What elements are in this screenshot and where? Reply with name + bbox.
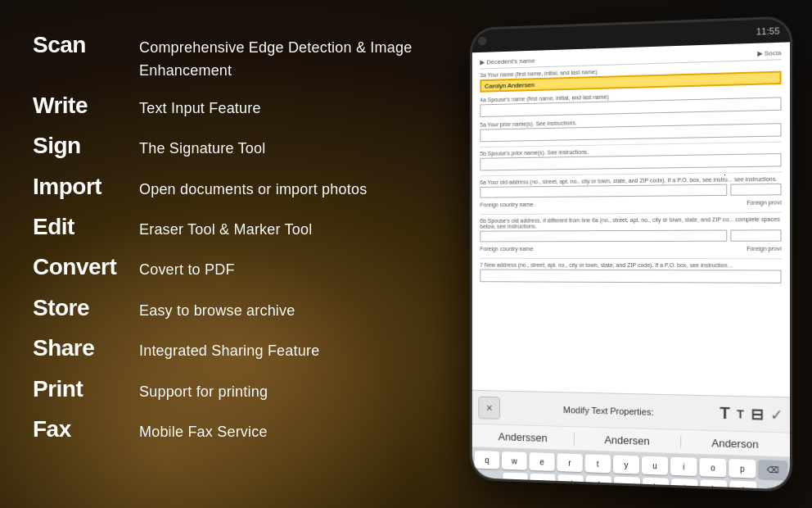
key-u[interactable]: u	[642, 456, 668, 475]
key-l[interactable]: l	[729, 480, 756, 489]
toolbar-check-icon[interactable]: ✓	[770, 406, 783, 424]
feature-desc-fax: Mobile Fax Service	[139, 421, 268, 444]
key-q[interactable]: q	[475, 451, 499, 469]
feature-item-convert: Convert Covert to PDF	[33, 247, 417, 287]
form-area: ▶ Decedent's name ▶ Socia 3a Your name (…	[472, 42, 790, 295]
feature-key-import: Import	[33, 169, 139, 204]
toolbar-t-small-icon[interactable]: T	[737, 407, 744, 421]
form-row-5b: 5b Spouse's prior name(s). See instructi…	[480, 146, 781, 171]
key-h[interactable]: h	[643, 478, 669, 490]
key-s[interactable]: s	[530, 474, 556, 490]
form-col-6b: 6b Spouse's old address, if different fr…	[480, 216, 781, 253]
key-j[interactable]: j	[671, 479, 697, 489]
feature-desc-share: Integrated Sharing Feature	[139, 340, 319, 363]
key-r[interactable]: r	[557, 453, 582, 472]
form-row-6a: 6a Your old address (no., street, apt. n…	[480, 176, 781, 210]
key-i[interactable]: i	[670, 457, 697, 476]
form-row-4a: 4a Spouse's name (first name, initial, a…	[480, 89, 781, 117]
close-icon: ×	[486, 401, 493, 414]
tablet-time: 11:55	[756, 25, 780, 36]
feature-list: Scan Comprehensive Edge Detection & Imag…	[0, 0, 442, 508]
autocomplete-word-2[interactable]: Andersen	[575, 433, 681, 448]
form-header-right: ▶ Socia	[757, 49, 781, 57]
feature-desc-convert: Covert to PDF	[139, 259, 235, 282]
feature-key-print: Print	[33, 371, 139, 406]
feature-key-edit: Edit	[33, 209, 139, 244]
key-d[interactable]: d	[557, 474, 583, 489]
feature-desc-scan: Comprehensive Edge Detection & Image Enh…	[139, 37, 417, 83]
key-o[interactable]: o	[700, 458, 727, 477]
feature-key-convert: Convert	[33, 249, 139, 284]
form-label-7: 7 New address (no., street, apt. no., ci…	[480, 262, 781, 269]
main-content: Scan Comprehensive Edge Detection & Imag…	[0, 0, 812, 508]
feature-item-write: Write Text Input Feature	[33, 85, 417, 125]
key-y[interactable]: y	[613, 455, 639, 474]
tablet-form-content: ▶ Decedent's name ▶ Socia 3a Your name (…	[472, 42, 790, 397]
form-row-7: 7 New address (no., street, apt. no., ci…	[480, 262, 781, 283]
form-col-5b: 5b Spouse's prior name(s). See instructi…	[480, 146, 781, 171]
feature-desc-store: Easy to browse archive	[139, 300, 295, 323]
feature-key-sign: Sign	[33, 128, 139, 163]
feature-item-share: Share Integrated Sharing Feature	[33, 328, 417, 368]
feature-desc-import: Open documents or import photos	[139, 179, 367, 202]
feature-item-scan: Scan Comprehensive Edge Detection & Imag…	[33, 25, 417, 85]
key-delete-1[interactable]: ⌫	[758, 460, 787, 479]
feature-desc-edit: Eraser Tool & Marker Tool	[139, 219, 312, 242]
form-sub-6b: Foreign country name	[480, 246, 533, 252]
feature-item-print: Print Support for printing	[33, 369, 417, 409]
toolbar-close-button[interactable]: ×	[478, 396, 500, 419]
feature-desc-print: Support for printing	[139, 381, 268, 404]
feature-desc-sign: The Signature Tool	[139, 138, 265, 161]
form-sub-6b-right: Foreign provi	[747, 246, 781, 252]
form-header-left: ▶ Decedent's name	[480, 57, 535, 66]
tablet-camera	[478, 37, 485, 45]
form-col-5a: 5a Your prior name(s). See instructions.	[480, 116, 781, 142]
toolbar-adjust-icon[interactable]: ⊟	[751, 405, 764, 424]
feature-key-write: Write	[33, 88, 139, 123]
autocomplete-word-1[interactable]: Anderssen	[472, 429, 575, 444]
feature-key-store: Store	[33, 290, 139, 325]
key-k[interactable]: k	[701, 479, 728, 489]
form-field-5b[interactable]	[480, 153, 781, 170]
tablet-status-icons: 11:55	[756, 25, 780, 36]
feature-item-edit: Edit Eraser Tool & Marker Tool	[33, 206, 417, 247]
key-e[interactable]: e	[530, 452, 555, 471]
key-w[interactable]: w	[502, 451, 527, 470]
toolbar-icons: T T ⊟ ✓	[720, 404, 783, 424]
form-sub-6a-right: Foreign provi	[747, 199, 781, 205]
feature-key-scan: Scan	[33, 27, 139, 62]
tablet-panel: 11:55 ▶ Decedent's name ▶ Socia 3a Your …	[442, 0, 812, 508]
key-p[interactable]: p	[729, 459, 756, 479]
key-f[interactable]: f	[586, 475, 612, 489]
feature-desc-write: Text Input Feature	[139, 98, 261, 120]
feature-key-fax: Fax	[33, 411, 139, 447]
feature-item-store: Store Easy to browse archive	[33, 288, 417, 328]
toolbar-label: Modify Text Properties:	[505, 403, 715, 418]
form-col-7: 7 New address (no., street, apt. no., ci…	[480, 262, 781, 283]
key-a[interactable]: a	[503, 473, 528, 490]
key-t[interactable]: t	[585, 454, 611, 473]
feature-key-share: Share	[33, 330, 139, 365]
form-row-6b: 6b Spouse's old address, if different fr…	[480, 216, 781, 253]
feature-item-sign: Sign The Signature Tool	[33, 125, 417, 166]
feature-item-import: Import Open documents or import photos	[33, 166, 417, 206]
feature-item-fax: Fax Mobile Fax Service	[33, 409, 417, 449]
form-field-6b-region[interactable]	[730, 229, 781, 241]
tablet-device: 11:55 ▶ Decedent's name ▶ Socia 3a Your …	[472, 19, 790, 490]
autocomplete-word-3[interactable]: Anderson	[681, 435, 790, 451]
form-divider-4	[480, 258, 781, 259]
form-field-6b-country[interactable]	[480, 230, 727, 243]
form-field-7[interactable]	[480, 270, 781, 283]
form-field-6a-country[interactable]	[480, 184, 727, 198]
form-label-6b: 6b Spouse's old address, if different fr…	[480, 216, 781, 229]
form-row-5a: 5a Your prior name(s). See instructions.	[480, 116, 781, 142]
toolbar-t-large-icon[interactable]: T	[720, 404, 730, 424]
key-g[interactable]: g	[614, 476, 640, 489]
form-col-6a: 6a Your old address (no., street, apt. n…	[480, 176, 781, 210]
form-sub-6a: Foreign country name	[480, 202, 533, 207]
form-col-4a: 4a Spouse's name (first name, initial, a…	[480, 89, 781, 117]
form-divider-3	[480, 212, 781, 215]
form-field-6a-region[interactable]	[730, 184, 781, 196]
